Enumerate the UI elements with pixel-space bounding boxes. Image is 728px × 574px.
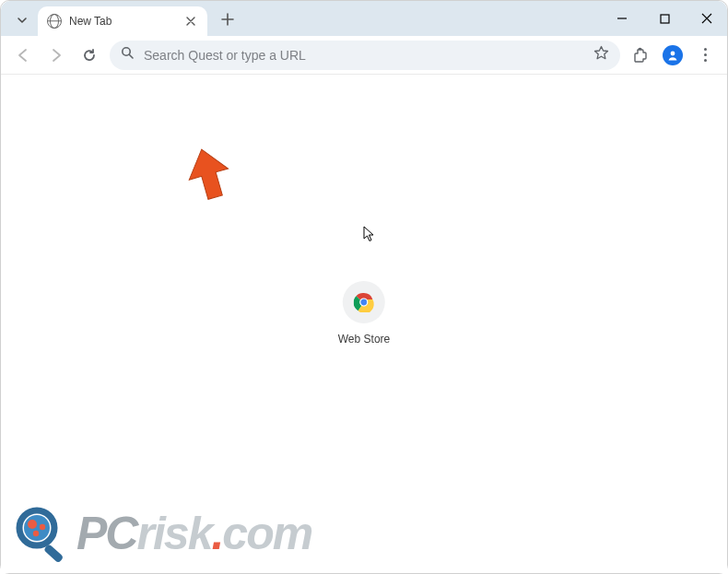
new-tab-button[interactable]: [215, 6, 241, 32]
address-bar[interactable]: [110, 41, 620, 70]
mouse-cursor-icon: [363, 226, 376, 246]
watermark: PCrisk.com: [14, 505, 311, 562]
reload-button[interactable]: [76, 42, 102, 68]
tab-close-button[interactable]: [183, 14, 198, 29]
svg-point-2: [671, 51, 675, 55]
svg-point-9: [40, 524, 45, 530]
profile-button[interactable]: [661, 43, 685, 67]
svg-rect-0: [661, 15, 669, 23]
tab-search-button[interactable]: [12, 10, 32, 30]
tab-strip: New Tab: [1, 1, 727, 36]
shortcut-label: Web Store: [338, 333, 390, 346]
new-tab-page: Web Store PCrisk.com: [1, 75, 727, 573]
profile-avatar-icon: [663, 45, 683, 65]
window-controls: [609, 1, 720, 36]
svg-rect-11: [43, 544, 64, 562]
close-window-button[interactable]: [694, 6, 720, 31]
svg-point-8: [28, 520, 37, 529]
annotation-arrow-icon: [185, 146, 233, 209]
browser-window: New Tab: [0, 0, 728, 574]
extensions-button[interactable]: [628, 42, 653, 68]
maximize-button[interactable]: [652, 6, 677, 31]
browser-tab[interactable]: New Tab: [38, 6, 207, 36]
watermark-magnifier-icon: [14, 505, 71, 562]
tab-title: New Tab: [69, 15, 183, 28]
shortcut-web-store[interactable]: Web Store: [338, 281, 390, 346]
search-icon: [121, 46, 135, 64]
toolbar: [1, 36, 727, 75]
address-input[interactable]: [144, 48, 584, 63]
watermark-text: PCrisk.com: [76, 507, 311, 560]
svg-point-7: [24, 515, 50, 541]
minimize-button[interactable]: [609, 6, 635, 31]
forward-button[interactable]: [43, 42, 69, 68]
chrome-menu-button[interactable]: [692, 42, 718, 68]
bookmark-star-icon[interactable]: [593, 45, 609, 64]
web-store-icon: [343, 281, 385, 323]
globe-icon: [47, 14, 62, 29]
tab-strip-leading: [8, 10, 32, 36]
back-button[interactable]: [10, 42, 36, 68]
svg-point-10: [33, 531, 39, 536]
